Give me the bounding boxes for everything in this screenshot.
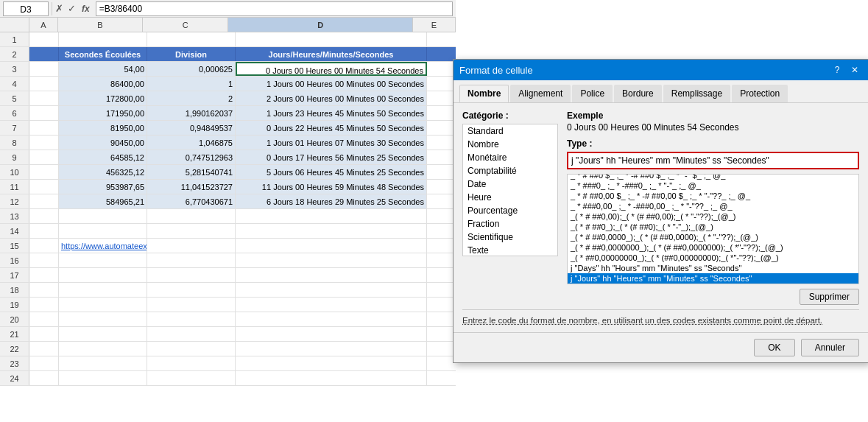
cell-e[interactable] [427, 224, 456, 238]
cell-b[interactable] [59, 298, 147, 312]
cell-a[interactable] [29, 356, 59, 370]
cell-b[interactable] [59, 312, 147, 326]
type-list-item[interactable]: _( * ##0,00000000_);_( * (##0,00000000);… [568, 253, 858, 263]
cell-d[interactable] [236, 239, 427, 253]
cell-a[interactable] [29, 121, 59, 135]
cell-b[interactable] [59, 327, 147, 341]
cell-e2[interactable] [427, 47, 456, 61]
cell-d[interactable] [236, 312, 427, 326]
cell-e[interactable] [427, 239, 456, 253]
cell-a[interactable] [29, 136, 59, 150]
cell-b[interactable] [59, 283, 147, 297]
cell-b[interactable] [59, 371, 147, 385]
cell-a[interactable] [29, 91, 59, 105]
categorie-item[interactable]: Texte [463, 244, 557, 256]
cell-c[interactable] [147, 283, 236, 297]
cell-c[interactable] [147, 253, 236, 267]
cell-d[interactable] [236, 327, 427, 341]
cell-e[interactable] [427, 136, 456, 150]
cell-e[interactable] [427, 209, 456, 223]
cell-c[interactable]: 11,041523727 [147, 180, 236, 194]
categorie-item[interactable]: Fraction [463, 217, 557, 231]
cell-e[interactable] [427, 356, 456, 370]
categorie-item[interactable]: Pourcentage [463, 204, 557, 217]
type-list-item[interactable]: _ * # ##0,00 $_ ;_ * -# ##0,00 $_ ;_ * "… [568, 191, 858, 201]
type-list-item[interactable]: _ * # ##0 $_ ;_ * -# ##0 $_ ;_ * "-" $_ … [568, 174, 858, 180]
cell-e1[interactable] [427, 32, 456, 46]
tab-alignement[interactable]: Alignement [510, 85, 571, 102]
cell-d[interactable] [236, 356, 427, 370]
type-list-item[interactable]: _( * # ##0_);_( * (# ##0);_( * "-"_);_(@… [568, 222, 858, 232]
cell-b[interactable] [59, 253, 147, 267]
tab-remplissage[interactable]: Remplissage [663, 85, 730, 102]
cell-c[interactable]: 0,747512963 [147, 150, 236, 164]
cell-reference-box[interactable]: D3 [3, 1, 49, 16]
cell-e[interactable] [427, 342, 456, 356]
cell-d[interactable] [236, 268, 427, 282]
cell-e[interactable] [427, 77, 456, 91]
tab-bordure[interactable]: Bordure [614, 85, 662, 102]
cell-e[interactable] [427, 268, 456, 282]
cell-c[interactable] [147, 298, 236, 312]
cell-e[interactable] [427, 194, 456, 208]
cell-e[interactable] [427, 298, 456, 312]
cell-a[interactable] [29, 165, 59, 179]
cell-b[interactable] [59, 356, 147, 370]
cell-e[interactable] [427, 121, 456, 135]
cell-b[interactable] [59, 342, 147, 356]
cell-d[interactable] [236, 253, 427, 267]
cell-b[interactable]: 90450,00 [59, 136, 147, 150]
type-list-item[interactable]: j "Jours" hh "Heures" mm "Minutes" ss "S… [568, 273, 858, 284]
cell-c[interactable] [147, 239, 236, 253]
cell-a[interactable] [29, 194, 59, 208]
cell-c[interactable] [147, 356, 236, 370]
cell-e[interactable] [427, 371, 456, 385]
cell-b[interactable]: 171950,00 [59, 106, 147, 120]
col-header-d[interactable]: D [228, 18, 413, 32]
cell-c[interactable]: 0,000625 [147, 62, 236, 76]
categorie-item[interactable]: Nombre [463, 138, 557, 151]
cell-b[interactable]: 64585,12 [59, 150, 147, 164]
cell-b[interactable]: 584965,21 [59, 194, 147, 208]
cell-b[interactable]: 54,00 [59, 62, 147, 76]
cell-c1[interactable] [147, 32, 236, 46]
cell-a[interactable] [29, 371, 59, 385]
confirm-icon[interactable]: ✓ [68, 3, 76, 14]
type-list-item[interactable]: _( * # ##0,0000_);_( * (# ##0,0000);_( *… [568, 232, 858, 242]
type-list-item[interactable]: _( * # ##0,0000000_);_( * (# ##0,0000000… [568, 242, 858, 253]
type-list-item[interactable]: _( * # ##0,00);_( * (# ##0,00);_( * "-"?… [568, 211, 858, 222]
reference-link[interactable]: https://www.automateexcel.com/fr/formula… [61, 242, 147, 250]
tab-nombre[interactable]: Nombre [459, 85, 509, 102]
cell-a[interactable] [29, 106, 59, 120]
type-input[interactable] [567, 152, 859, 169]
col-header-a[interactable]: A [29, 18, 58, 32]
supprimer-button[interactable]: Supprimer [800, 289, 859, 305]
cell-d1[interactable] [236, 32, 427, 46]
cell-e[interactable] [427, 327, 456, 341]
cell-d[interactable] [236, 342, 427, 356]
cell-b[interactable] [59, 209, 147, 223]
cell-c[interactable] [147, 268, 236, 282]
categorie-item[interactable]: Monétaire [463, 151, 557, 164]
cell-a[interactable] [29, 253, 59, 267]
cell-b[interactable]: 456325,12 [59, 165, 147, 179]
cell-b[interactable]: 953987,65 [59, 180, 147, 194]
cell-d[interactable]: 1 Jours 23 Heures 45 Minutes 50 Secondes [236, 106, 427, 120]
cell-c[interactable]: 1 [147, 77, 236, 91]
col-header-e[interactable]: E [413, 18, 456, 32]
cell-c[interactable]: 1,046875 [147, 136, 236, 150]
cell-e[interactable] [427, 91, 456, 105]
cell-e[interactable] [427, 180, 456, 194]
tab-police[interactable]: Police [572, 85, 613, 102]
cell-a[interactable] [29, 342, 59, 356]
col-header-b[interactable]: B [58, 18, 144, 32]
cell-e[interactable] [427, 283, 456, 297]
cell-a[interactable] [29, 327, 59, 341]
cell-c[interactable]: 5,281540741 [147, 165, 236, 179]
type-list-item[interactable]: j "Days" hh "Hours" mm "Minutes" ss "Sec… [568, 263, 858, 273]
cell-e[interactable] [427, 62, 456, 76]
cell-b[interactable] [59, 224, 147, 238]
type-list-item[interactable]: _ * ###0_ ;_ * -###0_ ;_ * "-"_ ;_ @_ [568, 180, 858, 191]
cell-c[interactable] [147, 209, 236, 223]
cell-a[interactable] [29, 180, 59, 194]
